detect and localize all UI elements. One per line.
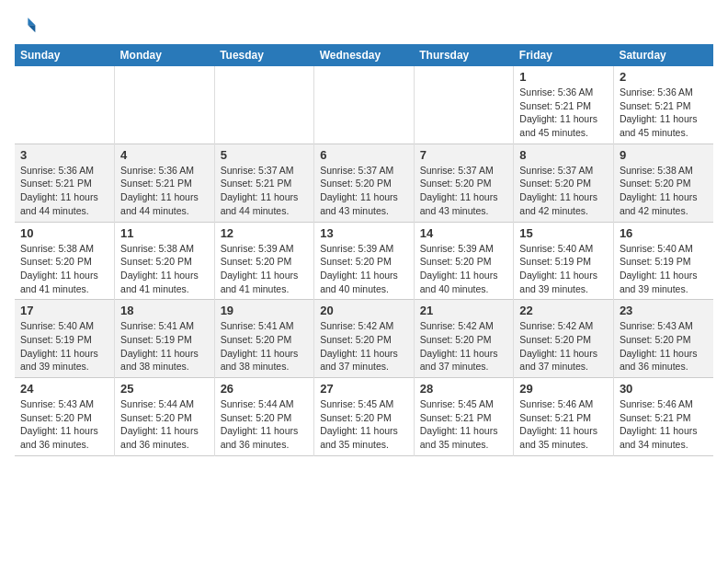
day-info: Sunrise: 5:38 AMSunset: 5:20 PMDaylight:… — [620, 164, 708, 218]
day-info: Sunrise: 5:42 AMSunset: 5:20 PMDaylight:… — [320, 319, 408, 373]
day-info: Sunrise: 5:39 AMSunset: 5:20 PMDaylight:… — [221, 242, 309, 296]
svg-marker-0 — [28, 17, 35, 25]
calendar-cell: 23Sunrise: 5:43 AMSunset: 5:20 PMDayligh… — [613, 300, 713, 378]
weekday-header: Sunday — [15, 44, 115, 66]
day-number: 23 — [620, 304, 708, 317]
day-info: Sunrise: 5:36 AMSunset: 5:21 PMDaylight:… — [620, 86, 708, 140]
calendar-cell — [15, 66, 115, 144]
calendar-cell: 17Sunrise: 5:40 AMSunset: 5:19 PMDayligh… — [15, 300, 115, 378]
day-info-line: Sunrise: 5:42 AM — [320, 320, 393, 331]
calendar-cell: 30Sunrise: 5:46 AMSunset: 5:21 PMDayligh… — [613, 378, 713, 456]
calendar-cell: 16Sunrise: 5:40 AMSunset: 5:19 PMDayligh… — [613, 222, 713, 300]
day-info-line: Sunrise: 5:36 AM — [519, 86, 593, 98]
day-info-line: Daylight: 11 hours and 34 minutes. — [620, 425, 698, 450]
day-number: 4 — [120, 148, 209, 162]
day-info: Sunrise: 5:41 AMSunset: 5:20 PMDaylight:… — [221, 319, 309, 373]
day-info-line: Sunset: 5:20 PM — [320, 256, 392, 267]
day-info-line: Daylight: 11 hours and 41 minutes. — [221, 270, 299, 294]
day-info-line: Sunset: 5:20 PM — [20, 256, 92, 267]
day-info-line: Sunrise: 5:41 AM — [120, 320, 194, 331]
day-info-line: Sunrise: 5:40 AM — [620, 243, 693, 254]
calendar-week-row: 24Sunrise: 5:43 AMSunset: 5:20 PMDayligh… — [15, 378, 713, 456]
day-number: 8 — [519, 148, 608, 162]
day-info: Sunrise: 5:36 AMSunset: 5:21 PMDaylight:… — [120, 164, 209, 218]
calendar-cell: 2Sunrise: 5:36 AMSunset: 5:21 PMDaylight… — [613, 66, 713, 144]
calendar-cell: 20Sunrise: 5:42 AMSunset: 5:20 PMDayligh… — [314, 300, 415, 378]
calendar-cell: 12Sunrise: 5:39 AMSunset: 5:20 PMDayligh… — [214, 222, 314, 300]
day-info-line: Sunset: 5:21 PM — [519, 412, 591, 423]
calendar-cell: 29Sunrise: 5:46 AMSunset: 5:21 PMDayligh… — [514, 378, 614, 456]
day-info-line: Sunset: 5:19 PM — [620, 256, 691, 267]
day-info-line: Daylight: 11 hours and 45 minutes. — [519, 113, 597, 138]
day-info-line: Sunrise: 5:46 AM — [519, 398, 593, 409]
day-number: 16 — [620, 226, 708, 240]
day-info: Sunrise: 5:46 AMSunset: 5:21 PMDaylight:… — [620, 397, 708, 452]
day-info-line: Sunrise: 5:46 AM — [620, 398, 693, 409]
day-info-line: Sunset: 5:20 PM — [420, 334, 492, 345]
day-info-line: Daylight: 11 hours and 37 minutes. — [519, 348, 597, 373]
calendar-cell: 19Sunrise: 5:41 AMSunset: 5:20 PMDayligh… — [214, 300, 314, 378]
day-info-line: Sunset: 5:20 PM — [221, 412, 292, 423]
day-info: Sunrise: 5:41 AMSunset: 5:19 PMDaylight:… — [120, 319, 209, 373]
day-info-line: Sunset: 5:20 PM — [320, 412, 392, 423]
day-info-line: Daylight: 11 hours and 42 minutes. — [620, 191, 698, 216]
calendar-cell: 25Sunrise: 5:44 AMSunset: 5:20 PMDayligh… — [115, 378, 215, 456]
svg-marker-1 — [28, 25, 35, 32]
day-info-line: Sunset: 5:19 PM — [120, 334, 192, 345]
day-info-line: Daylight: 11 hours and 36 minutes. — [620, 348, 698, 373]
day-info: Sunrise: 5:39 AMSunset: 5:20 PMDaylight:… — [420, 242, 508, 296]
day-info-line: Sunrise: 5:43 AM — [20, 398, 94, 409]
day-info-line: Sunset: 5:20 PM — [221, 256, 292, 267]
day-number: 22 — [519, 304, 608, 317]
calendar-week-row: 3Sunrise: 5:36 AMSunset: 5:21 PMDaylight… — [15, 144, 713, 222]
day-info: Sunrise: 5:37 AMSunset: 5:20 PMDaylight:… — [519, 164, 608, 218]
day-number: 27 — [320, 382, 408, 396]
day-info-line: Daylight: 11 hours and 39 minutes. — [519, 270, 597, 294]
day-info-line: Daylight: 11 hours and 35 minutes. — [420, 425, 498, 450]
calendar-cell: 14Sunrise: 5:39 AMSunset: 5:20 PMDayligh… — [414, 222, 514, 300]
day-info-line: Sunset: 5:21 PM — [420, 412, 492, 423]
day-info-line: Sunrise: 5:38 AM — [620, 165, 693, 176]
day-info-line: Sunrise: 5:44 AM — [120, 398, 194, 409]
day-number: 26 — [221, 382, 309, 396]
day-number: 7 — [420, 148, 508, 162]
day-info-line: Daylight: 11 hours and 42 minutes. — [519, 191, 597, 216]
calendar-cell: 13Sunrise: 5:39 AMSunset: 5:20 PMDayligh… — [314, 222, 415, 300]
day-number: 3 — [20, 148, 108, 162]
day-number: 19 — [221, 304, 309, 317]
day-info-line: Sunrise: 5:45 AM — [320, 398, 393, 409]
day-info-line: Daylight: 11 hours and 39 minutes. — [20, 348, 98, 373]
weekday-header: Tuesday — [214, 44, 314, 66]
day-info-line: Sunset: 5:20 PM — [620, 178, 691, 189]
day-info-line: Sunrise: 5:38 AM — [120, 243, 194, 254]
day-number: 10 — [20, 226, 108, 240]
day-info-line: Daylight: 11 hours and 45 minutes. — [620, 113, 698, 138]
day-info-line: Sunset: 5:21 PM — [519, 100, 591, 111]
day-info-line: Sunrise: 5:39 AM — [420, 243, 494, 254]
calendar-cell — [214, 66, 314, 144]
day-info: Sunrise: 5:37 AMSunset: 5:20 PMDaylight:… — [320, 164, 408, 218]
calendar-cell: 1Sunrise: 5:36 AMSunset: 5:21 PMDaylight… — [514, 66, 614, 144]
day-info-line: Daylight: 11 hours and 41 minutes. — [20, 270, 98, 294]
day-info-line: Daylight: 11 hours and 44 minutes. — [120, 191, 199, 216]
day-info-line: Daylight: 11 hours and 38 minutes. — [120, 348, 199, 373]
calendar-cell: 10Sunrise: 5:38 AMSunset: 5:20 PMDayligh… — [15, 222, 115, 300]
calendar-cell: 28Sunrise: 5:45 AMSunset: 5:21 PMDayligh… — [414, 378, 514, 456]
day-info: Sunrise: 5:46 AMSunset: 5:21 PMDaylight:… — [519, 397, 608, 452]
day-number: 20 — [320, 304, 408, 317]
day-info-line: Sunset: 5:21 PM — [221, 178, 292, 189]
day-info: Sunrise: 5:45 AMSunset: 5:20 PMDaylight:… — [320, 397, 408, 452]
calendar-cell — [414, 66, 514, 144]
weekday-header-row: SundayMondayTuesdayWednesdayThursdayFrid… — [15, 44, 713, 66]
calendar-week-row: 1Sunrise: 5:36 AMSunset: 5:21 PMDaylight… — [15, 66, 713, 144]
day-number: 2 — [620, 70, 708, 84]
day-number: 15 — [519, 226, 608, 240]
day-info-line: Sunrise: 5:39 AM — [221, 243, 294, 254]
day-info-line: Daylight: 11 hours and 36 minutes. — [221, 425, 299, 450]
day-number: 18 — [120, 304, 209, 317]
day-info: Sunrise: 5:37 AMSunset: 5:21 PMDaylight:… — [221, 164, 309, 218]
day-number: 14 — [420, 226, 508, 240]
calendar-cell: 7Sunrise: 5:37 AMSunset: 5:20 PMDaylight… — [414, 144, 514, 222]
calendar-cell — [314, 66, 415, 144]
calendar-cell — [115, 66, 215, 144]
